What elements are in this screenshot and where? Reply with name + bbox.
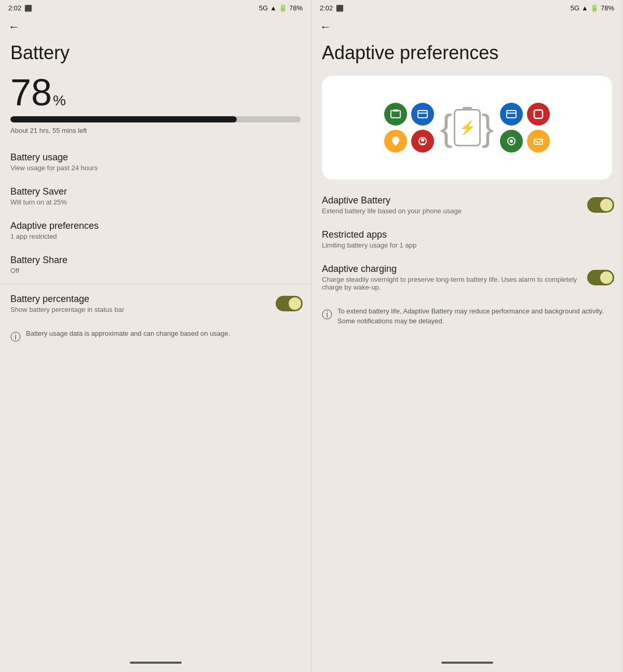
svg-rect-0 bbox=[391, 111, 400, 118]
page-title-right: Adaptive preferences bbox=[312, 38, 622, 74]
restricted-apps-subtitle: Limiting battery usage for 1 app bbox=[322, 241, 586, 249]
info-section-right: ⓘ To extend battery life, Adaptive Batte… bbox=[322, 307, 612, 325]
left-bracket: { bbox=[440, 109, 452, 146]
bottom-bar-right bbox=[312, 656, 622, 672]
adaptive-charging-title: Adaptive charging bbox=[322, 264, 581, 275]
adaptive-battery-title: Adaptive Battery bbox=[322, 195, 586, 206]
svg-point-5 bbox=[421, 139, 424, 142]
svg-rect-2 bbox=[418, 111, 427, 118]
status-icons-right: 5G ▲ 🔋 78% bbox=[571, 4, 614, 12]
battery-time-left: About 21 hrs, 55 mins left bbox=[0, 127, 311, 145]
notification-icon: ⬛ bbox=[24, 5, 32, 12]
battery-usage-item[interactable]: Battery usage View usage for past 24 hou… bbox=[0, 145, 311, 179]
battery-progress-bar bbox=[10, 116, 301, 122]
battery-saver-subtitle: Will turn on at 25% bbox=[10, 198, 275, 206]
adaptive-battery-toggle-container bbox=[587, 197, 614, 213]
bracket-battery-group: { ⚡ } bbox=[440, 109, 494, 146]
battery-usage-title: Battery usage bbox=[10, 152, 275, 163]
status-icons-left: 5G ▲ 🔋 78% bbox=[259, 4, 303, 12]
battery-progress-fill bbox=[10, 116, 237, 122]
right-bracket: } bbox=[482, 109, 494, 146]
left-screen: 2:02 ⬛ 5G ▲ 🔋 78% ← Battery 78 % About 2… bbox=[0, 0, 312, 672]
battery-percent-sign: % bbox=[53, 92, 66, 109]
svg-point-10 bbox=[510, 140, 513, 143]
status-bar-right: 2:02 ⬛ 5G ▲ 🔋 78% bbox=[312, 0, 622, 14]
battery-bolt-icon: ⚡ bbox=[459, 120, 476, 136]
battery-share-item[interactable]: Battery Share Off bbox=[0, 248, 311, 282]
content-left: 78 % About 21 hrs, 55 mins left Battery … bbox=[0, 74, 311, 656]
svg-rect-6 bbox=[507, 111, 516, 118]
battery-saver-title: Battery Saver bbox=[10, 186, 275, 197]
battery-icon-diagram: ⚡ bbox=[454, 109, 481, 146]
app-icons-left bbox=[384, 103, 434, 153]
info-icon-left: ⓘ bbox=[10, 330, 21, 344]
divider-1 bbox=[0, 284, 311, 284]
info-icon-right: ⓘ bbox=[322, 308, 332, 322]
content-right: { ⚡ } bbox=[312, 74, 622, 656]
notification-icon-right: ⬛ bbox=[336, 5, 344, 12]
app-icon-green-2 bbox=[500, 130, 523, 153]
battery-share-subtitle: Off bbox=[10, 267, 275, 275]
adaptive-charging-subtitle: Charge steadily overnight to preserve lo… bbox=[322, 276, 581, 291]
app-icons-right bbox=[500, 103, 550, 153]
adaptive-battery-subtitle: Extend battery life based on your phone … bbox=[322, 207, 586, 215]
battery-icon-left: 🔋 bbox=[279, 4, 287, 12]
adaptive-charging-toggle[interactable] bbox=[587, 270, 614, 285]
adaptive-preferences-subtitle: 1 app restricted bbox=[10, 232, 275, 240]
battery-share-title: Battery Share bbox=[10, 255, 275, 266]
network-right: 5G bbox=[571, 4, 579, 12]
adaptive-charging-toggle-container bbox=[587, 270, 614, 285]
signal-icon-right: ▲ bbox=[581, 4, 588, 12]
battery-percentage-toggle[interactable] bbox=[276, 296, 303, 311]
battery-top bbox=[463, 107, 472, 110]
svg-rect-11 bbox=[534, 139, 543, 144]
bottom-indicator-left bbox=[130, 662, 182, 664]
adaptive-charging-item[interactable]: Adaptive charging Charge steadily overni… bbox=[312, 256, 622, 298]
battery-saver-item[interactable]: Battery Saver Will turn on at 25% bbox=[0, 179, 311, 213]
back-button-left[interactable]: ← bbox=[0, 14, 311, 38]
app-icon-yellow-1 bbox=[384, 130, 407, 153]
right-screen: 2:02 ⬛ 5G ▲ 🔋 78% ← Adaptive preferences bbox=[312, 0, 623, 672]
battery-percentage-item[interactable]: Battery percentage Show battery percenta… bbox=[0, 286, 311, 321]
battery-usage-subtitle: View usage for past 24 hours bbox=[10, 164, 275, 172]
signal-icon-left: ▲ bbox=[270, 4, 277, 12]
adaptive-battery-toggle[interactable] bbox=[587, 197, 614, 213]
network-left: 5G bbox=[259, 4, 268, 12]
app-icon-green-1 bbox=[384, 103, 407, 126]
app-icon-yellow-2 bbox=[527, 130, 550, 153]
svg-rect-8 bbox=[534, 110, 543, 118]
adaptive-battery-item[interactable]: Adaptive Battery Extend battery life bas… bbox=[312, 188, 622, 222]
back-arrow-left: ← bbox=[8, 20, 20, 33]
status-time-right: 2:02 ⬛ bbox=[320, 4, 344, 12]
adaptive-preferences-title: Adaptive preferences bbox=[10, 221, 275, 231]
status-bar-left: 2:02 ⬛ 5G ▲ 🔋 78% bbox=[0, 0, 311, 14]
battery-percent-display: 78 % bbox=[0, 74, 311, 114]
battery-number: 78 bbox=[10, 74, 52, 111]
svg-rect-1 bbox=[393, 109, 398, 112]
info-section-left: ⓘ Battery usage data is approximate and … bbox=[10, 329, 301, 344]
info-text-left: Battery usage data is approximate and ca… bbox=[26, 329, 230, 338]
app-icon-blue-1 bbox=[411, 103, 434, 126]
battery-pct-right: 78% bbox=[601, 4, 614, 12]
battery-icon-right: 🔋 bbox=[590, 4, 599, 12]
battery-diagram: { ⚡ } bbox=[332, 103, 602, 153]
time-left: 2:02 bbox=[8, 4, 21, 12]
battery-percentage-title: Battery percentage bbox=[10, 294, 275, 305]
app-icon-red-2 bbox=[527, 103, 550, 126]
restricted-apps-item[interactable]: Restricted apps Limiting battery usage f… bbox=[312, 222, 622, 256]
bottom-bar-left bbox=[0, 656, 311, 672]
app-icon-red-1 bbox=[411, 130, 434, 153]
time-right: 2:02 bbox=[320, 4, 333, 12]
battery-pct-left: 78% bbox=[289, 4, 303, 12]
back-button-right[interactable]: ← bbox=[312, 14, 622, 38]
info-text-right: To extend battery life, Adaptive Battery… bbox=[337, 307, 612, 325]
battery-percentage-toggle-container bbox=[276, 296, 303, 311]
adaptive-diagram-card: { ⚡ } bbox=[322, 76, 612, 180]
battery-percentage-subtitle: Show battery percentage in status bar bbox=[10, 306, 275, 313]
status-time-left: 2:02 ⬛ bbox=[8, 4, 32, 12]
bottom-indicator-right bbox=[441, 662, 493, 664]
page-title-left: Battery bbox=[0, 38, 311, 74]
adaptive-preferences-item[interactable]: Adaptive preferences 1 app restricted bbox=[0, 213, 311, 248]
app-icon-blue-2 bbox=[500, 103, 523, 126]
back-arrow-right: ← bbox=[320, 20, 331, 33]
